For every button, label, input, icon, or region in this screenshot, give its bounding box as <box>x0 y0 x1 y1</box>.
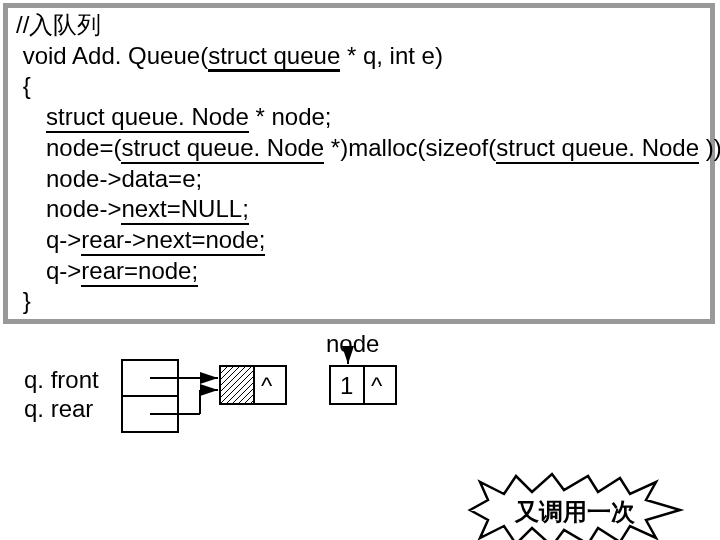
code-lbrace: { <box>16 71 702 102</box>
one-text: 1 <box>340 372 353 399</box>
diagram-area: node q. front q. rear ^ 1 ^ <box>0 330 720 530</box>
code-data-text: node->data=e; <box>46 165 202 192</box>
starburst: 又调用一次 <box>460 470 690 540</box>
sig-struct: struct queue <box>208 42 340 72</box>
code-rbrace: } <box>16 286 702 317</box>
next-u: next=NULL; <box>121 195 248 225</box>
code-next: node->next=NULL; <box>16 194 702 225</box>
code-data: node->data=e; <box>16 164 702 195</box>
next-pre: node-> <box>46 195 121 222</box>
sig-post: * q, int e) <box>340 42 443 69</box>
code-rear: q->rear=node; <box>16 256 702 287</box>
rear-u: rear=node; <box>81 257 198 287</box>
rear-next-pre: q-> <box>46 226 81 253</box>
sig-pre: void Add. Queue( <box>16 42 208 69</box>
caret2-text: ^ <box>371 372 383 399</box>
malloc-pre: node=( <box>46 134 121 161</box>
code-malloc: node=(struct queue. Node *)malloc(sizeof… <box>16 133 702 164</box>
rear-pre: q-> <box>46 257 81 284</box>
svg-rect-2 <box>220 366 254 404</box>
code-signature: void Add. Queue(struct queue * q, int e) <box>16 41 702 72</box>
caret1-text: ^ <box>261 372 273 399</box>
decl-struct: struct queue. Node <box>46 103 249 133</box>
malloc-struct1: struct queue. Node <box>121 134 324 164</box>
code-rear-next: q->rear->next=node; <box>16 225 702 256</box>
code-decl: struct queue. Node * node; <box>16 102 702 133</box>
starburst-text: 又调用一次 <box>460 496 690 528</box>
malloc-post: )); <box>699 134 720 161</box>
rear-next-u: rear->next=node; <box>81 226 265 256</box>
code-comment: //入队列 <box>16 10 702 41</box>
code-block: //入队列 void Add. Queue(struct queue * q, … <box>3 3 715 324</box>
decl-post: * node; <box>249 103 332 130</box>
malloc-mid: *)malloc(sizeof( <box>324 134 496 161</box>
malloc-struct2: struct queue. Node <box>496 134 699 164</box>
